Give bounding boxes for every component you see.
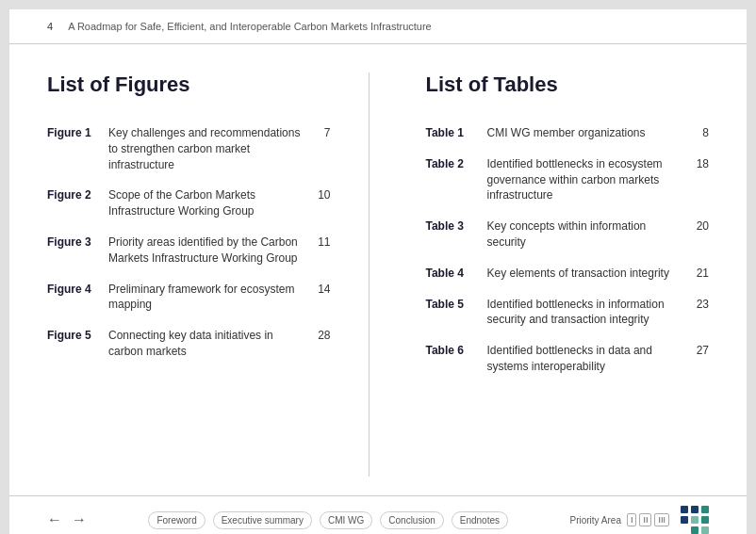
figure-page-number: 10 [312, 187, 331, 203]
header-title: A Roadmap for Safe, Efficient, and Inter… [68, 21, 432, 32]
priority-area-label: Priority Area [569, 515, 620, 526]
tables-table: Table 1 CMI WG member organizations 8 Ta… [426, 125, 710, 375]
figure-label: Figure 4 [47, 282, 108, 298]
list-item: Figure 2 Scope of the Carbon Markets Inf… [47, 187, 331, 219]
page-header: 4 A Roadmap for Safe, Efficient, and Int… [9, 9, 747, 44]
priority-roman-numeral[interactable]: I [627, 513, 637, 526]
grid-dot-3 [701, 506, 709, 513]
page-footer: ← → ForewordExecutive summaryCMI WGConcl… [9, 495, 747, 534]
figure-label: Figure 3 [47, 235, 108, 251]
figure-label: Figure 1 [47, 125, 108, 141]
grid-dot-6 [701, 516, 709, 524]
table-description: Identified bottlenecks in ecosystem gove… [487, 156, 691, 203]
table-description: Key concepts within information security [487, 218, 691, 251]
list-of-tables-section: List of Tables Table 1 CMI WG member org… [407, 73, 710, 477]
grid-dot-4 [681, 516, 688, 524]
figure-label: Figure 2 [47, 187, 108, 203]
table-page-number: 18 [690, 156, 709, 172]
table-label: Table 5 [426, 297, 487, 313]
priority-roman-numeral[interactable]: II [639, 513, 651, 526]
table-description: Identified bottlenecks in information se… [487, 297, 691, 329]
list-of-tables-title: List of Tables [426, 73, 710, 97]
table-label: Table 4 [426, 266, 487, 282]
priority-roman-nums: IIIIII [627, 513, 669, 526]
figure-description: Preliminary framework for ecosystem mapp… [108, 282, 312, 314]
grid-dot-8 [691, 526, 698, 534]
figure-description: Priority areas identified by the Carbon … [108, 235, 312, 267]
figure-page-number: 11 [312, 235, 331, 251]
footer-nav-link[interactable]: Foreword [148, 511, 205, 529]
footer-nav-link[interactable]: CMI WG [320, 511, 372, 529]
nav-arrows: ← → [47, 511, 87, 528]
list-item: Figure 4 Preliminary framework for ecosy… [47, 282, 331, 314]
list-item: Table 2 Identified bottlenecks in ecosys… [426, 156, 710, 203]
table-description: Identified bottlenecks in data and syste… [487, 343, 691, 375]
table-page-number: 20 [690, 218, 709, 235]
figure-page-number: 14 [312, 282, 331, 298]
nav-links: ForewordExecutive summaryCMI WGConclusio… [148, 511, 508, 529]
table-page-number: 8 [690, 125, 709, 141]
figure-description: Scope of the Carbon Markets Infrastructu… [108, 187, 312, 219]
priority-roman-numeral[interactable]: III [654, 513, 669, 526]
grid-dot-5 [691, 516, 698, 524]
figures-table: Figure 1 Key challenges and recommendati… [47, 125, 331, 360]
table-label: Table 3 [426, 218, 487, 235]
section-divider [369, 73, 370, 477]
table-page-number: 21 [690, 266, 709, 282]
next-arrow[interactable]: → [72, 511, 87, 528]
list-item: Figure 5 Connecting key data initiatives… [47, 328, 331, 360]
table-label: Table 1 [426, 125, 487, 141]
figure-page-number: 28 [312, 328, 331, 344]
grid-dot-2 [691, 506, 698, 513]
list-item: Figure 1 Key challenges and recommendati… [47, 125, 331, 172]
table-page-number: 27 [690, 343, 709, 359]
footer-nav-link[interactable]: Endnotes [452, 511, 508, 529]
grid-dot-1 [681, 506, 688, 513]
table-description: CMI WG member organizations [487, 125, 691, 141]
table-label: Table 6 [426, 343, 487, 359]
figure-label: Figure 5 [47, 328, 108, 344]
main-content: List of Figures Figure 1 Key challenges … [9, 44, 747, 495]
footer-right: Priority Area IIIIII [569, 506, 709, 534]
prev-arrow[interactable]: ← [47, 511, 62, 528]
priority-area: Priority Area IIIIII [569, 513, 669, 526]
list-item: Table 3 Key concepts within information … [426, 218, 710, 251]
page-number: 4 [47, 21, 53, 32]
list-of-figures-section: List of Figures Figure 1 Key challenges … [47, 73, 331, 477]
list-item: Table 4 Key elements of transaction inte… [426, 266, 710, 282]
grid-icon [681, 506, 709, 534]
list-item: Table 1 CMI WG member organizations 8 [426, 125, 710, 141]
list-item: Table 6 Identified bottlenecks in data a… [426, 343, 710, 375]
footer-nav-link[interactable]: Executive summary [213, 511, 312, 529]
list-of-figures-title: List of Figures [47, 73, 331, 97]
figure-page-number: 7 [312, 125, 331, 141]
page: 4 A Roadmap for Safe, Efficient, and Int… [9, 9, 747, 534]
grid-dot-9 [701, 526, 709, 534]
footer-nav-link[interactable]: Conclusion [380, 511, 443, 529]
figure-description: Connecting key data initiatives in carbo… [108, 328, 312, 360]
table-label: Table 2 [426, 156, 487, 172]
list-item: Table 5 Identified bottlenecks in inform… [426, 297, 710, 329]
figure-description: Key challenges and recommendations to st… [108, 125, 312, 172]
table-description: Key elements of transaction integrity [487, 266, 691, 282]
list-item: Figure 3 Priority areas identified by th… [47, 235, 331, 267]
grid-dot-7 [681, 526, 688, 534]
table-page-number: 23 [690, 297, 709, 313]
